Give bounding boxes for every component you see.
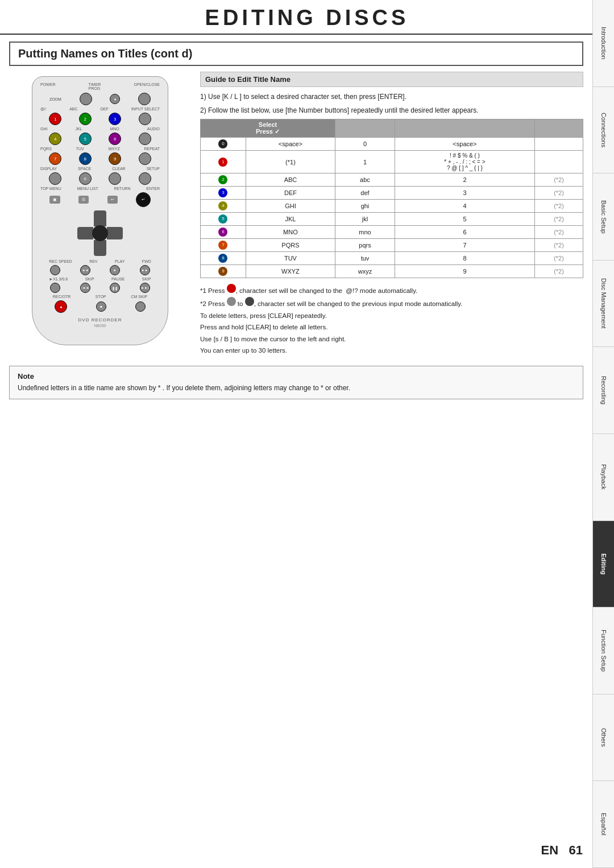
fwd-button[interactable]: ►► — [140, 265, 150, 275]
right-column: Guide to Edit Title Name 1) Use [K / L ]… — [200, 72, 583, 357]
sidebar-tab-connections[interactable]: Connections — [593, 87, 614, 174]
setup-button[interactable] — [139, 172, 151, 185]
row3-buttons: 7 8 9 — [40, 152, 160, 165]
col4-6: (*2) — [535, 226, 583, 239]
col3-8: 8 — [395, 252, 534, 265]
btn-6[interactable]: 6 — [109, 133, 121, 145]
dpad-center[interactable] — [92, 225, 108, 241]
col2-header — [335, 119, 395, 138]
row2-buttons: 4 5 6 — [40, 133, 160, 145]
stop-button[interactable]: ■ — [96, 301, 106, 312]
row1-buttons: 1 2 3 — [40, 113, 160, 125]
sidebar-tab-playback[interactable]: Playback — [593, 434, 614, 521]
menu-list-button[interactable]: ☰ — [78, 196, 89, 204]
rev-label: REV — [89, 259, 97, 263]
cm-skip-button[interactable] — [135, 301, 146, 312]
sidebar-tab-disc-management[interactable]: Disc Management — [593, 261, 614, 348]
skip-right-button[interactable]: ►►| — [140, 283, 150, 293]
fn1-circle — [227, 284, 236, 293]
timer-prog-button[interactable]: ▲ — [110, 94, 120, 104]
btn-5[interactable]: 5 — [79, 133, 92, 145]
power-button[interactable] — [80, 93, 92, 105]
rev-button[interactable]: ◄◄ — [80, 265, 90, 275]
table-row: 4 GHI ghi 4 (*2) — [201, 200, 583, 213]
dpad-down[interactable] — [94, 240, 106, 256]
display-button[interactable] — [49, 172, 61, 185]
open-close-button[interactable] — [138, 93, 151, 105]
tuv-label: TUV — [76, 147, 84, 151]
col2-9: wxyz — [335, 265, 395, 278]
guide-step1: 1) Use [K / L ] to select a desired char… — [200, 92, 583, 102]
btn-at[interactable]: 1 — [49, 113, 61, 125]
dpad-left[interactable] — [77, 227, 93, 239]
repeat-button[interactable] — [139, 152, 151, 165]
space-label: SPACE — [78, 167, 91, 171]
table-row: 1 (*1) 1 ! # $ % & ( )* + , - . / : ; < … — [201, 151, 583, 173]
table-row: 0 <space> 0 <space> — [201, 138, 583, 151]
dpad-up[interactable] — [94, 210, 106, 226]
rec-speed-button[interactable] — [50, 265, 60, 275]
x1308-button[interactable] — [50, 283, 60, 293]
btn-7[interactable]: 7 — [49, 152, 61, 165]
top-menu-button[interactable]: ▣ — [49, 196, 60, 204]
pause-button[interactable]: ❚❚ — [110, 283, 120, 293]
transport-row-3: ● ■ — [40, 300, 160, 313]
col1-2: ABC — [246, 173, 335, 187]
sidebar-tab-others[interactable]: Others — [593, 695, 614, 782]
sidebar-tab-function-setup[interactable]: Function Setup — [593, 607, 614, 695]
skip-left-button[interactable]: |◄◄ — [80, 283, 90, 293]
table-row: 6 MNO mno 6 (*2) — [201, 226, 583, 239]
col3-4: 4 — [395, 200, 534, 213]
footnote-5: Use [s / B ] to move the cursor to the l… — [200, 334, 583, 344]
open-close-label: OPEN/CLOSE — [134, 82, 160, 90]
remote-model: NB090 — [40, 324, 160, 328]
sidebar-tab-recording[interactable]: Recording — [593, 347, 614, 434]
zoom-label: ZOOM — [49, 97, 61, 101]
page-header: EDITING DISCS — [0, 0, 614, 35]
right-sidebar: Introduction Connections Basic Setup Dis… — [592, 0, 614, 868]
input-select-button[interactable] — [139, 113, 151, 125]
return-button[interactable]: ↩ — [107, 196, 118, 204]
nav-row: ▣ ☰ ↩ ↵ — [40, 192, 160, 207]
rec-otr-button[interactable]: ● — [55, 300, 67, 313]
page-title: Putting Names on Titles (cont d) — [9, 42, 583, 66]
col1-4: GHI — [246, 200, 335, 213]
enter-button[interactable]: ↵ — [136, 192, 151, 207]
num-circle-4: 4 — [218, 201, 227, 210]
row4-buttons: 0 — [40, 172, 160, 185]
dpad-right[interactable] — [107, 227, 123, 239]
footnotes-section: *1 Press , character set will be changed… — [200, 284, 583, 356]
sidebar-tab-introduction[interactable]: Introduction — [593, 0, 614, 87]
pqrs-label: PQRS — [40, 147, 52, 151]
sidebar-tab-editing[interactable]: Editing — [593, 521, 614, 608]
character-table: SelectPress ✓ 0 <space> 0 <space> — [200, 119, 583, 278]
play-button[interactable]: ► — [110, 265, 120, 275]
col3-7: 7 — [395, 239, 534, 252]
col4-3: (*2) — [535, 187, 583, 200]
col3-0: <space> — [395, 138, 534, 151]
col2-2: abc — [335, 173, 395, 187]
btn-cell-5: 5 — [201, 213, 246, 226]
btn-8[interactable]: 8 — [79, 152, 92, 165]
btn-4[interactable]: 4 — [49, 133, 61, 145]
btn-cell-3: 3 — [201, 187, 246, 200]
sidebar-tab-basic-setup[interactable]: Basic Setup — [593, 173, 614, 261]
fwd-label: FWD — [142, 259, 151, 263]
col3-header — [395, 119, 534, 138]
directional-pad[interactable] — [77, 210, 123, 256]
page-number: 61 — [569, 843, 583, 857]
col1-8: TUV — [246, 252, 335, 265]
remote-brand: DVD RECORDER — [40, 317, 160, 323]
btn-3[interactable]: 3 — [109, 113, 121, 125]
remote-container: POWER TIMERPROG OPEN/CLOSE ZOOM ▲ — [9, 76, 191, 345]
sidebar-tab-espanol[interactable]: Español — [593, 781, 614, 868]
note-title: Note — [18, 372, 575, 381]
note-box: Note Undefined letters in a title name a… — [9, 366, 583, 399]
audio-button[interactable] — [139, 133, 151, 145]
clear-button[interactable] — [109, 172, 121, 185]
col3-9: 9 — [395, 265, 534, 278]
btn-cell-2: 2 — [201, 173, 246, 187]
btn-0[interactable]: 0 — [79, 172, 92, 185]
btn-9[interactable]: 9 — [109, 152, 121, 165]
btn-2[interactable]: 2 — [79, 113, 92, 125]
